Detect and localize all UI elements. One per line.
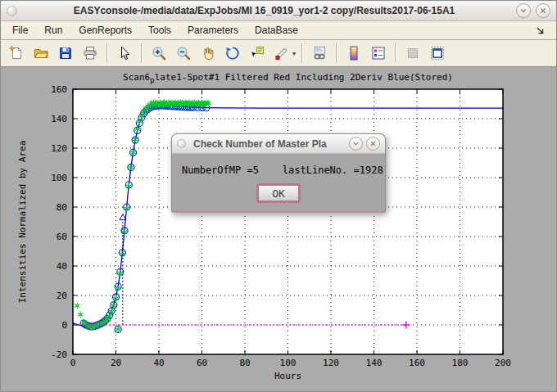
- close-icon: [369, 140, 377, 147]
- dialog-titlebar[interactable]: Check Number of Master Pla: [172, 134, 385, 154]
- toolbar-separator: [106, 43, 108, 63]
- dialog-body: NumberOfMP =5 lastLineNo. =1928 OK: [172, 154, 385, 211]
- new-file-icon: [8, 45, 25, 61]
- window-title: EASYconsole-/media/data/ExpJobs/MI 16_09…: [17, 5, 511, 16]
- svg-text:Intensities Normalized by Area: Intensities Normalized by Area: [17, 141, 28, 304]
- dialog-check-number-of-master-plates: Check Number of Master Pla NumberOfMP =5…: [171, 133, 386, 213]
- svg-text:80: 80: [239, 358, 250, 368]
- legend-icon: [370, 45, 387, 61]
- svg-text:160: 160: [409, 358, 425, 368]
- svg-text:100: 100: [280, 358, 297, 368]
- svg-text:40: 40: [153, 358, 164, 368]
- legend-button[interactable]: [367, 42, 390, 65]
- menu-item-parameters[interactable]: Parameters: [179, 23, 247, 38]
- pointer-icon: [116, 45, 133, 61]
- chevron-down-icon: [519, 7, 528, 15]
- dock-figure-button[interactable]: [426, 42, 449, 65]
- dialog-close-button[interactable]: [366, 137, 380, 151]
- svg-text:Scan6plate1-Spot#1 Filtered Re: Scan6plate1-Spot#1 Filtered Red Includin…: [123, 72, 453, 84]
- svg-text:160: 160: [51, 84, 67, 95]
- close-icon: [539, 7, 547, 15]
- svg-text:0: 0: [61, 320, 67, 331]
- svg-text:140: 140: [51, 114, 67, 124]
- zoom-in-button[interactable]: [147, 42, 170, 65]
- brush-icon: [274, 45, 290, 61]
- data-cursor-button[interactable]: [246, 42, 269, 65]
- brush-dropdown-caret-icon[interactable]: ▾: [292, 50, 296, 57]
- menu-item-run[interactable]: Run: [36, 23, 70, 38]
- menu-item-file[interactable]: File: [4, 23, 36, 38]
- toolbar-separator: [336, 43, 337, 63]
- menu-item-genreports[interactable]: GenReports: [70, 23, 140, 38]
- toolbar-separator: [141, 43, 143, 63]
- zoom-out-icon: [175, 45, 192, 61]
- link-plots-button[interactable]: [308, 42, 331, 65]
- menu-item-tools[interactable]: Tools: [140, 23, 179, 38]
- window-close-button[interactable]: [536, 3, 550, 18]
- dialog-message: NumberOfMP =5 lastLineNo. =1928: [182, 164, 375, 176]
- application-window: EASYconsole-/media/data/ExpJobs/MI 16_09…: [0, 0, 557, 392]
- svg-text:Hours: Hours: [274, 371, 301, 381]
- svg-text:200: 200: [495, 358, 511, 368]
- dock-figure-icon: [429, 45, 446, 61]
- new-file-button[interactable]: [5, 42, 28, 65]
- data-cursor-icon: [249, 45, 265, 61]
- svg-text:120: 120: [51, 143, 67, 154]
- hide-plot-tools-icon: [405, 45, 421, 61]
- ok-button[interactable]: OK: [258, 185, 299, 201]
- figure-canvas: 020406080100120140160180200-200204060801…: [1, 67, 556, 391]
- toolbar-separator: [395, 43, 396, 63]
- colorbar-button[interactable]: [342, 42, 365, 65]
- toolbar: ▾: [1, 39, 556, 67]
- dialog-shade-button[interactable]: [349, 137, 363, 151]
- svg-text:180: 180: [452, 358, 469, 368]
- window-menu-icon[interactable]: [7, 6, 17, 16]
- svg-text:60: 60: [197, 358, 207, 368]
- zoom-out-button[interactable]: [172, 42, 195, 65]
- pan-icon: [200, 45, 216, 61]
- dialog-menu-icon[interactable]: [177, 139, 186, 148]
- rotate-3d-icon: [224, 45, 241, 61]
- window-shade-button[interactable]: [516, 3, 531, 18]
- svg-text:0: 0: [70, 358, 76, 368]
- save-button[interactable]: [54, 42, 77, 65]
- window-titlebar[interactable]: EASYconsole-/media/data/ExpJobs/MI 16_09…: [1, 1, 556, 21]
- hide-plot-tools-button: [401, 42, 424, 65]
- plot-canvas[interactable]: 020406080100120140160180200-200204060801…: [1, 67, 557, 392]
- rotate-3d-button[interactable]: [221, 42, 244, 65]
- svg-text:40: 40: [57, 261, 67, 272]
- menu-item-database[interactable]: DataBase: [247, 23, 306, 38]
- tearoff-arrow-icon[interactable]: [536, 26, 553, 35]
- zoom-in-icon: [151, 45, 167, 61]
- save-icon: [57, 45, 74, 61]
- svg-text:20: 20: [57, 291, 67, 301]
- pointer-button[interactable]: [113, 42, 136, 65]
- svg-text:60: 60: [57, 232, 67, 242]
- link-plots-icon: [311, 45, 328, 61]
- svg-text:20: 20: [111, 358, 121, 368]
- svg-text:140: 140: [366, 358, 383, 368]
- svg-text:-20: -20: [51, 349, 67, 360]
- svg-text:100: 100: [51, 173, 67, 183]
- pan-button[interactable]: [197, 42, 220, 65]
- print-button[interactable]: [79, 42, 102, 65]
- svg-text:80: 80: [57, 202, 67, 213]
- brush-button[interactable]: [270, 42, 293, 65]
- dialog-title: Check Number of Master Pla: [193, 138, 346, 150]
- toolbar-separator: [301, 43, 303, 63]
- svg-text:120: 120: [323, 358, 339, 368]
- open-file-button[interactable]: [29, 42, 52, 65]
- colorbar-icon: [346, 45, 362, 61]
- chevron-down-icon: [352, 140, 360, 147]
- menubar: FileRunGenReportsToolsParametersDataBase: [1, 21, 556, 39]
- open-file-icon: [33, 45, 49, 61]
- print-icon: [82, 45, 98, 61]
